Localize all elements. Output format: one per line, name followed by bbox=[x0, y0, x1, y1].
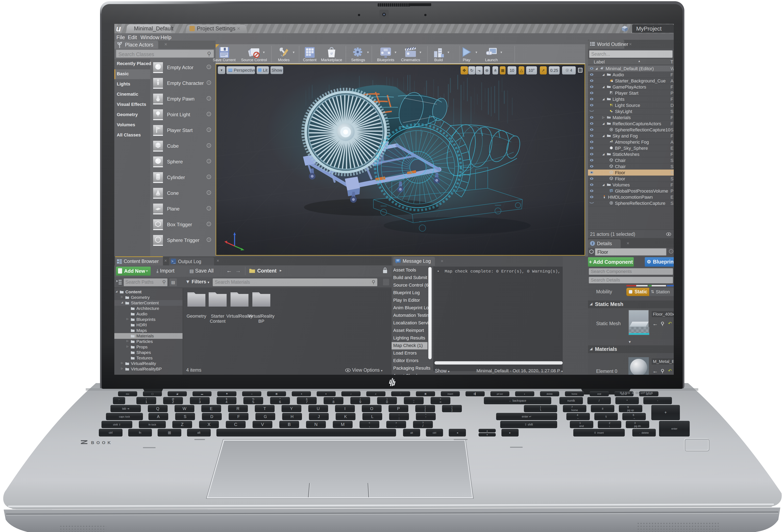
svg-text:u: u bbox=[331, 51, 333, 55]
svg-text:BOOK: BOOK bbox=[91, 440, 113, 445]
